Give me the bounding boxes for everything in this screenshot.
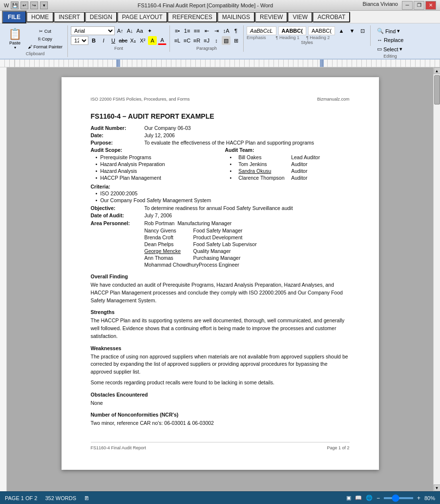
header-right: Bizmanualz.com <box>317 97 349 102</box>
title-bar: W 💾 ↩ ↪ ▾ FS1160-4 Final Audit Report [C… <box>0 0 440 11</box>
center-btn[interactable]: ≡C <box>183 36 191 45</box>
mailings-menu[interactable]: MAILINGS <box>217 12 255 22</box>
restore-button[interactable]: ❐ <box>414 1 424 10</box>
borders-btn[interactable]: ⊞ <box>231 36 240 45</box>
document-page: ISO 22000 FSMS Policies, Procedures, and… <box>62 77 379 470</box>
objective-row: Objective: To determine readiness for an… <box>91 205 350 211</box>
quick-access-btn[interactable]: ▾ <box>40 1 48 9</box>
page-header: ISO 22000 FSMS Policies, Procedures, and… <box>91 97 350 104</box>
font-color-btn[interactable]: A <box>158 36 167 45</box>
page-layout-menu[interactable]: PAGE LAYOUT <box>117 12 168 22</box>
subscript-button[interactable]: X₂ <box>128 36 137 45</box>
find-button[interactable]: 🔍 Find ▾ <box>374 26 407 36</box>
align-right-btn[interactable]: ≡R <box>192 36 201 45</box>
scope-item-1: •Prerequisite Programs <box>91 154 215 160</box>
sort-btn[interactable]: ↕A <box>222 26 230 35</box>
clear-format-btn[interactable]: ✦ <box>145 26 154 35</box>
area-personnel-header: Area Personnel: Rob Portman Manufacturin… <box>91 220 350 226</box>
references-menu[interactable]: REFERENCES <box>168 12 217 22</box>
view-menu[interactable]: VIEW <box>288 12 313 22</box>
right-scrollbar: ▲ ▼ <box>433 67 440 491</box>
clipboard-group: 📋 Paste ▾ ✂ Cut ⎘ Copy 🖌 Format Painter … <box>3 25 68 57</box>
font-name-select[interactable]: Arial <box>71 26 115 35</box>
minimize-button[interactable]: ─ <box>402 1 413 10</box>
style-heading2[interactable]: AABBC( <box>308 26 335 35</box>
file-menu[interactable]: FILE <box>2 11 26 23</box>
save-btn[interactable]: 💾 <box>11 1 19 9</box>
objective-value: To determine readiness for annual Food S… <box>145 205 293 211</box>
styles-scroll-down[interactable]: ▼ <box>348 26 356 35</box>
styles-expand[interactable]: ⊡ <box>358 26 367 35</box>
window-title: FS1160-4 Final Audit Report [Compatibili… <box>48 2 362 8</box>
style-emphasis[interactable]: AaBbCcL <box>247 26 276 35</box>
font-size-select[interactable]: 12 <box>71 36 88 45</box>
shading-btn[interactable]: ▧ <box>222 36 230 45</box>
acrobat-menu[interactable]: ACROBAT <box>313 12 350 22</box>
multilevel-btn[interactable]: ≡≡ <box>192 26 201 35</box>
footer-left: FS1160-4 Final Audit Report <box>91 445 147 450</box>
decrease-indent-btn[interactable]: ⇤ <box>202 26 211 35</box>
bold-button[interactable]: B <box>89 36 98 45</box>
audit-number-row: Audit Number: Our Company 06-03 <box>91 125 350 131</box>
increase-indent-btn[interactable]: ⇥ <box>212 26 221 35</box>
superscript-button[interactable]: X² <box>138 36 147 45</box>
scroll-down-btn[interactable]: ▼ <box>434 484 440 491</box>
personnel-first-role: Manufacturing Manager <box>177 220 231 226</box>
align-left-btn[interactable]: ≡L <box>173 36 182 45</box>
zoom-slider[interactable] <box>384 497 413 499</box>
zoom-out-btn[interactable]: − <box>377 495 380 502</box>
audit-team-label: Audit Team: <box>225 147 350 153</box>
replace-button[interactable]: ↔ Replace <box>374 36 407 44</box>
undo-btn[interactable]: ↩ <box>21 1 28 9</box>
cut-button[interactable]: ✂ Cut <box>26 28 64 35</box>
change-case-btn[interactable]: Aa <box>135 26 144 35</box>
strikethrough-button[interactable]: abc <box>119 36 127 45</box>
menu-bar: FILE HOME INSERT DESIGN PAGE LAYOUT REFE… <box>0 11 440 23</box>
show-hide-btn[interactable]: ¶ <box>231 26 240 35</box>
review-menu[interactable]: REVIEW <box>255 12 288 22</box>
font-group: Arial A↑ A↓ Aa ✦ 12 B I U abc X₂ X² A A <box>68 25 170 52</box>
close-button[interactable]: ✕ <box>425 1 436 10</box>
paste-button[interactable]: 📋 Paste ▾ <box>5 26 25 51</box>
page-container: ISO 22000 FSMS Policies, Procedures, and… <box>7 67 433 491</box>
font-label: Font <box>71 46 167 51</box>
redo-btn[interactable]: ↪ <box>30 1 38 9</box>
view-normal-icon[interactable]: ▣ <box>346 495 351 501</box>
copy-button[interactable]: ⎘ Copy <box>26 36 64 42</box>
design-menu[interactable]: DESIGN <box>85 12 117 22</box>
bullets-btn[interactable]: ≡• <box>173 26 182 35</box>
grow-font-btn[interactable]: A↑ <box>116 26 125 35</box>
personnel-row-2: Nancy Givens Food Safety Manager <box>91 228 350 233</box>
view-reading-icon[interactable]: 📖 <box>355 495 362 501</box>
underline-button[interactable]: U <box>109 36 118 45</box>
select-button[interactable]: ▭ Select ▾ <box>374 44 407 54</box>
audit-number-value: Our Company 06-03 <box>145 125 191 131</box>
ncr-heading: Number of Nonconformities (NCR's) <box>91 412 350 418</box>
team-member-3: • Sandra Okusu Auditor <box>225 168 350 174</box>
styles-scroll-up[interactable]: ▲ <box>337 26 346 35</box>
scroll-thumb[interactable] <box>434 75 440 105</box>
format-painter-button[interactable]: 🖌 Format Painter <box>26 43 64 50</box>
weaknesses-heading: Weaknesses <box>91 345 350 351</box>
personnel-first-name: Rob Portman <box>145 220 175 226</box>
line-spacing-btn[interactable]: ↕ <box>212 36 221 45</box>
home-menu[interactable]: HOME <box>26 12 54 22</box>
text-highlight-btn[interactable]: A <box>148 36 157 45</box>
overall-finding-heading: Overall Finding <box>91 273 350 279</box>
window-controls: Bianca Viviano ─ ❐ ✕ <box>362 1 436 10</box>
zoom-in-btn[interactable]: + <box>417 495 420 502</box>
numbering-btn[interactable]: 1≡ <box>183 26 191 35</box>
ruler-left-indent[interactable] <box>116 60 120 67</box>
page-footer: FS1160-4 Final Audit Report Page 1 of 2 <box>91 442 350 450</box>
paragraph-group: ≡• 1≡ ≡≡ ⇤ ⇥ ↕A ¶ ≡L ≡C ≡R ≡J ↕ ▧ ⊞ Para… <box>170 25 244 52</box>
insert-menu[interactable]: INSERT <box>54 12 85 22</box>
scope-item-2: •Hazard Analysis Preparation <box>91 161 215 167</box>
ruler-right-indent[interactable] <box>320 60 324 67</box>
scroll-up-btn[interactable]: ▲ <box>434 67 440 74</box>
style-heading1[interactable]: AABBC( <box>278 26 306 35</box>
date-audit-value: July 7, 2006 <box>145 212 172 218</box>
justify-btn[interactable]: ≡J <box>202 36 211 45</box>
view-web-icon[interactable]: 🌐 <box>366 495 373 501</box>
italic-button[interactable]: I <box>99 36 108 45</box>
shrink-font-btn[interactable]: A↓ <box>126 26 134 35</box>
